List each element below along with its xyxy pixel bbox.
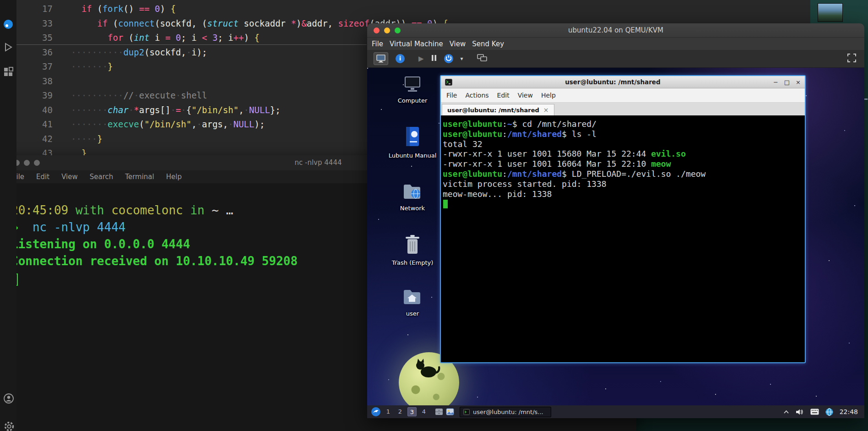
desktop-icon-lubuntu-manual[interactable]: Lubuntu Manual xyxy=(387,126,438,159)
line-number: 39 xyxy=(16,88,53,103)
display-config-button[interactable] xyxy=(477,54,487,64)
taskbar-task-terminal[interactable]: user@lubuntu: /mnt/s... xyxy=(460,407,551,417)
vm-terminal-menu-item[interactable]: Help xyxy=(541,92,556,99)
minimize-button[interactable]: − xyxy=(773,79,778,86)
qemu-toolbar: i ▶ ▾ xyxy=(367,50,864,68)
run-icon[interactable] xyxy=(3,42,13,54)
desktop-icon-computer[interactable]: Computer xyxy=(387,76,438,104)
nc-menu-item[interactable]: View xyxy=(61,173,78,181)
vm-terminal-menu-item[interactable]: Edit xyxy=(497,92,510,99)
qemu-window[interactable]: ubuntu22.04 on QEMU/KVM FileVirtual Mach… xyxy=(367,23,864,418)
network-folder-icon xyxy=(403,182,422,201)
vm-terminal-menu-item[interactable]: View xyxy=(518,92,533,99)
vm-terminal-menu-item[interactable]: File xyxy=(446,92,457,99)
vm-terminal-output[interactable]: user@lubuntu:~$ cd /mnt/shared/user@lubu… xyxy=(441,115,805,208)
terminal-cursor xyxy=(443,200,448,208)
desktop-icon-network[interactable]: Network xyxy=(387,182,438,212)
account-icon[interactable] xyxy=(3,393,14,406)
settings-gear-icon[interactable] xyxy=(3,420,15,431)
file-manager-icon[interactable] xyxy=(435,408,443,415)
vm-terminal-tabbar: user@lubuntu: /mnt/shared × xyxy=(441,103,805,115)
line-number: 33 xyxy=(16,16,53,31)
qemu-window-title: ubuntu22.04 on QEMU/KVM xyxy=(367,23,864,37)
vm-terminal-menubar: FileActionsEditViewHelp xyxy=(441,88,805,103)
show-console-button[interactable] xyxy=(374,52,388,65)
maximize-button[interactable]: □ xyxy=(784,79,790,86)
power-icon xyxy=(444,54,453,63)
shutdown-menu-caret-icon[interactable]: ▾ xyxy=(461,55,463,62)
dock-app-icon[interactable] xyxy=(3,19,13,31)
desktop-icon-label: Lubuntu Manual xyxy=(387,152,438,159)
cursor-line-rule xyxy=(16,44,367,45)
nc-menu-item[interactable]: Terminal xyxy=(125,173,154,181)
desktop-icon-label: Trash (Empty) xyxy=(387,259,438,266)
fullscreen-button[interactable] xyxy=(847,54,856,64)
desktop-icon-label: Computer xyxy=(387,97,438,104)
qemu-menu-item[interactable]: Send Key xyxy=(472,40,504,48)
terminal-line: user@lubuntu:/mnt/shared$ ls -l xyxy=(443,129,803,139)
terminal-line: -rwxr-xr-x 1 user 1001 16064 Mar 15 22:1… xyxy=(443,159,803,169)
nc-menu-item[interactable]: Search xyxy=(90,173,114,181)
volume-icon[interactable] xyxy=(796,409,804,415)
host-desktop-mark xyxy=(864,98,868,100)
fullscreen-icon xyxy=(847,54,856,62)
computer-icon xyxy=(403,76,422,93)
terminal-line: user@lubuntu:/mnt/shared$ LD_PRELOAD=./e… xyxy=(443,169,803,179)
line-number: 41 xyxy=(16,117,53,132)
shutdown-vm-button[interactable] xyxy=(444,54,453,63)
vm-display[interactable]: Computer Lubuntu Manual Network Trash (E… xyxy=(367,68,864,418)
vm-terminal-titlebar[interactable]: user@lubuntu: /mnt/shared − □ × xyxy=(441,76,805,88)
desktop-icon-trash[interactable]: Trash (Empty) xyxy=(387,235,438,266)
screen: 17 if (fork() == 0) {33 if (connect(sock… xyxy=(0,0,868,431)
user-folder-icon xyxy=(403,287,422,306)
workspace-button-4[interactable]: 4 xyxy=(419,407,429,416)
qemu-titlebar[interactable]: ubuntu22.04 on QEMU/KVM xyxy=(367,23,864,38)
line-number: 38 xyxy=(16,74,53,89)
extensions-icon[interactable] xyxy=(3,67,13,79)
line-number: 37 xyxy=(16,60,53,74)
line-number: 35 xyxy=(16,31,53,45)
terminal-tab[interactable]: user@lubuntu: /mnt/shared × xyxy=(442,104,554,115)
cat-silhouette xyxy=(411,355,443,378)
clock[interactable]: 22:48 xyxy=(840,408,858,415)
workspace-button-1[interactable]: 1 xyxy=(384,407,393,416)
nc-menu-item[interactable]: Help xyxy=(166,173,182,181)
close-button[interactable]: × xyxy=(796,79,801,86)
workspace-button-3[interactable]: 3 xyxy=(407,407,417,416)
desktop-icon-label: user xyxy=(387,310,438,317)
desktop-icon-label: Network xyxy=(387,205,438,212)
qemu-menu-item[interactable]: File xyxy=(372,40,383,48)
terminal-line: total 32 xyxy=(443,139,803,149)
terminal-tab-label: user@lubuntu: /mnt/shared xyxy=(447,107,539,114)
system-tray: 22:48 xyxy=(783,408,858,416)
keyboard-layout-icon[interactable] xyxy=(810,409,819,415)
terminal-line: victim process started. pid: 1338 xyxy=(443,179,803,189)
network-tray-icon[interactable] xyxy=(825,408,833,416)
terminal-line: -rwxr-xr-x 1 user 1001 15680 Mar 15 22:4… xyxy=(443,149,803,159)
screenshot-tool-icon[interactable] xyxy=(446,408,454,415)
line-number: 40 xyxy=(16,103,53,118)
pause-vm-button[interactable] xyxy=(431,55,437,63)
qemu-menu-item[interactable]: Virtual Machine xyxy=(390,40,443,48)
pause-icon xyxy=(431,55,437,61)
desktop-icon-user-folder[interactable]: user xyxy=(387,287,438,317)
manual-book-icon xyxy=(403,126,422,148)
terminal-line: meow-meow... pid: 1338 xyxy=(443,189,803,199)
vm-terminal-menu-item[interactable]: Actions xyxy=(465,92,488,99)
line-number: 42 xyxy=(16,132,53,147)
hardware-details-button[interactable]: i xyxy=(396,54,405,63)
tab-close-icon[interactable]: × xyxy=(543,106,549,114)
vm-terminal-title: user@lubuntu: /mnt/shared xyxy=(452,78,773,86)
vm-taskbar: 1 2 3 4 user@lubuntu: /mnt/s... 22:48 xyxy=(367,405,864,418)
vm-terminal-window[interactable]: user@lubuntu: /mnt/shared − □ × FileActi… xyxy=(440,75,806,363)
dual-monitor-icon xyxy=(477,54,487,62)
lubuntu-start-icon[interactable] xyxy=(371,407,381,417)
nc-menu-item[interactable]: Edit xyxy=(36,173,49,181)
workspace-button-2[interactable]: 2 xyxy=(396,407,405,416)
monitor-icon xyxy=(376,55,385,63)
run-vm-button[interactable]: ▶ xyxy=(418,55,424,63)
qemu-menu-item[interactable]: View xyxy=(450,40,466,48)
host-wallpaper-thumbnail xyxy=(818,3,843,22)
code-line: 17 if (fork() == 0) { xyxy=(16,2,810,16)
tray-expand-icon[interactable] xyxy=(783,409,789,415)
